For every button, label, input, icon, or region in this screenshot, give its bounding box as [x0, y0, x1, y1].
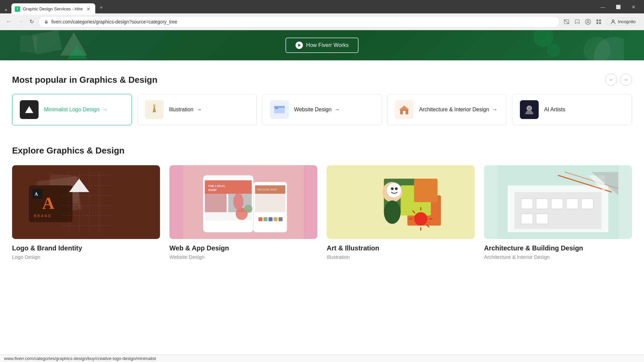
explore-card-arch-title: Architecture & Building Design — [484, 244, 632, 252]
active-tab[interactable]: f Graphic Design Services - Hire ✕ — [11, 3, 95, 14]
website-design-icon: Aa — [270, 100, 289, 119]
main-content: Most popular in Graphics & Design ← → — [0, 74, 644, 273]
carousel-nav: ← → — [605, 74, 632, 86]
tab-favicon: f — [15, 6, 20, 12]
explore-card-web-image: THE LOCAL SHOP — [169, 165, 317, 239]
explore-card-web-subtitle: Website Design — [169, 254, 317, 260]
page-content: How Fiverr Works Most popular in Graphic… — [0, 30, 644, 273]
svg-rect-7 — [599, 22, 601, 24]
how-it-works-label: How Fiverr Works — [306, 42, 349, 48]
lock-icon — [44, 19, 49, 24]
svg-point-8 — [612, 20, 614, 22]
explore-card-art[interactable]: Art & Illustration Illustration — [327, 165, 475, 260]
explore-card-arch-subtitle: Architecture & Interior Design — [484, 254, 632, 260]
svg-rect-0 — [45, 21, 48, 23]
explore-card-logo-image: A BRAND A — [12, 165, 160, 239]
category-label-illustration: Illustration → — [169, 107, 202, 113]
category-label-minimalist: Minimalist Logo Design → — [44, 107, 108, 113]
explore-card-logo-title: Logo & Brand Identity — [12, 244, 160, 252]
svg-point-54 — [245, 205, 253, 213]
forward-button[interactable]: → — [15, 17, 25, 26]
tab-close-icon[interactable]: ✕ — [86, 6, 91, 12]
minimalist-logo-icon — [20, 100, 39, 119]
close-button[interactable]: ✕ — [626, 1, 641, 12]
svg-rect-5 — [599, 19, 601, 21]
how-it-works-button[interactable]: How Fiverr Works — [285, 38, 359, 53]
address-input-wrap — [38, 16, 560, 27]
architecture-icon — [395, 100, 414, 119]
svg-point-81 — [395, 187, 398, 190]
play-triangle — [298, 44, 301, 47]
svg-point-71 — [384, 200, 401, 224]
svg-rect-88 — [567, 199, 578, 209]
refresh-button[interactable]: ↻ — [27, 17, 36, 26]
svg-rect-60 — [259, 217, 263, 221]
new-tab-button[interactable]: + — [97, 3, 106, 12]
svg-point-55 — [233, 193, 244, 210]
profile-icon[interactable] — [583, 17, 593, 26]
explore-card-logo-subtitle: Logo Design — [12, 254, 160, 260]
svg-text:A: A — [35, 192, 38, 197]
svg-rect-87 — [551, 199, 563, 209]
svg-text:Aa: Aa — [275, 107, 278, 109]
svg-point-16 — [547, 44, 560, 57]
explore-card-logo[interactable]: A BRAND A — [12, 165, 160, 260]
svg-point-3 — [587, 20, 589, 22]
popular-section-header: Most popular in Graphics & Design ← → — [12, 74, 632, 86]
explore-card-arch-image — [484, 165, 632, 239]
category-label-website: Website Design → — [294, 107, 340, 113]
svg-rect-51 — [205, 194, 227, 212]
minimize-button[interactable]: ― — [595, 1, 610, 12]
category-card-website-design[interactable]: Aa Website Design → — [262, 94, 382, 125]
extensions-icon[interactable] — [594, 17, 603, 26]
explore-card-web-title: Web & App Design — [169, 244, 317, 252]
svg-rect-62 — [269, 217, 273, 221]
play-icon-circle — [296, 42, 303, 49]
address-bar: ← → ↻ — [0, 13, 644, 30]
category-card-illustration[interactable]: Illustration → — [137, 94, 257, 125]
svg-text:THE LOCAL SHOP: THE LOCAL SHOP — [257, 188, 277, 191]
svg-text:BRAND: BRAND — [34, 214, 52, 218]
category-card-ai-artists[interactable]: AI Artists — [512, 94, 632, 125]
explore-card-art-title: Art & Illustration — [327, 244, 475, 252]
svg-rect-64 — [279, 217, 283, 221]
svg-rect-10 — [20, 35, 38, 53]
toolbar-icons: Incognito — [562, 17, 640, 26]
explore-section: Explore Graphics & Design — [12, 145, 632, 273]
svg-rect-86 — [536, 199, 548, 209]
category-label-ai: AI Artists — [544, 107, 565, 113]
window-controls: ― ⬜ ✕ — [595, 1, 641, 12]
svg-text:THE LOCAL: THE LOCAL — [208, 184, 226, 188]
ai-artists-icon — [520, 100, 539, 119]
explore-section-title: Explore Graphics & Design — [12, 145, 632, 156]
svg-marker-22 — [399, 106, 409, 110]
carousel-next-button[interactable]: → — [620, 74, 632, 86]
no-video-icon[interactable] — [562, 17, 571, 26]
hero-deco-left — [20, 30, 94, 60]
maximize-button[interactable]: ⬜ — [610, 1, 626, 12]
category-card-minimalist-logo[interactable]: Minimalist Logo Design → — [12, 94, 132, 125]
tab-bar: ▼ f Graphic Design Services - Hire ✕ + ―… — [0, 0, 644, 13]
svg-rect-23 — [403, 111, 406, 114]
incognito-button[interactable]: Incognito — [606, 18, 640, 26]
hero-banner: How Fiverr Works — [0, 30, 644, 60]
svg-rect-90 — [521, 214, 533, 224]
svg-point-17 — [153, 104, 156, 107]
explore-card-arch[interactable]: Architecture & Building Design Architect… — [484, 165, 632, 260]
explore-card-web[interactable]: THE LOCAL SHOP — [169, 165, 317, 260]
back-button[interactable]: ← — [4, 17, 13, 26]
browser-window: ▼ f Graphic Design Services - Hire ✕ + ―… — [0, 0, 644, 273]
svg-rect-91 — [536, 214, 548, 224]
svg-point-80 — [391, 187, 394, 190]
url-input[interactable] — [51, 19, 554, 24]
bookmark-icon[interactable] — [573, 17, 582, 26]
carousel-prev-button[interactable]: ← — [605, 74, 617, 86]
popular-section-title: Most popular in Graphics & Design — [12, 75, 157, 85]
svg-point-72 — [414, 212, 428, 226]
category-card-architecture[interactable]: Architecture & Interior Design → — [387, 94, 507, 125]
svg-line-1 — [564, 19, 569, 24]
svg-point-79 — [387, 183, 401, 198]
tab-title: Graphic Design Services - Hire — [23, 6, 83, 11]
svg-text:A: A — [42, 194, 54, 213]
tab-scroll-left[interactable]: ▼ — [3, 7, 9, 13]
